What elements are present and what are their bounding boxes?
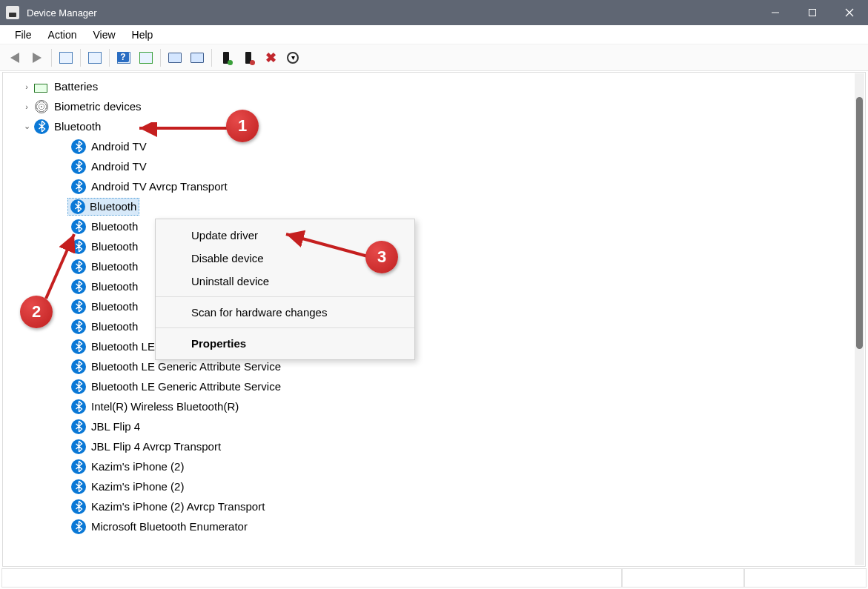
app-icon [6,6,19,19]
tree-device-item[interactable]: Kazim's iPhone (2) Avrcp Transport [4,496,855,516]
forward-button[interactable] [27,47,47,68]
enable-device-button[interactable] [216,47,236,68]
bluetooth-icon [70,419,87,435]
svg-line-5 [46,234,74,299]
tree-device-item[interactable]: JBL Flip 4 [4,416,855,436]
tree-device-item[interactable]: Bluetooth LE Generic Attribute Service [4,376,855,396]
help-icon [117,52,130,64]
bluetooth-icon [33,119,50,135]
tree-device-item[interactable]: Intel(R) Wireless Bluetooth(R) [4,396,855,416]
uninstall-device-button[interactable]: ✖ [260,47,281,68]
battery-icon [33,79,50,95]
ctx-separator [156,296,414,297]
down-circle-icon: ▾ [287,52,299,64]
help-button[interactable] [113,47,134,68]
tree-device-label: Bluetooth [91,240,138,253]
update-icon [168,53,182,63]
tree-device-item[interactable]: Bluetooth [4,256,855,276]
tree-device-item[interactable]: Android TV [4,156,855,176]
tree-device-item[interactable]: Bluetooth [4,216,855,236]
tree-device-label: JBL Flip 4 [91,420,140,433]
toolbar-separator [160,49,161,67]
tree-device-item[interactable]: Android TV [4,136,855,156]
tree-device-item[interactable]: Microsoft Bluetooth Enumerator [4,516,855,536]
annotation-number: 1 [238,116,247,136]
tree-device-label: Bluetooth LE Generic Attribute Service [91,360,281,373]
svg-line-6 [286,234,368,256]
tree-category-biometric[interactable]: › Biometric devices [4,96,855,116]
scan-hardware-button[interactable] [187,47,208,68]
tree-device-label: Android TV [91,160,147,173]
tree-device-item[interactable]: Bluetooth [4,236,855,256]
tree-category-bluetooth[interactable]: ⌄ Bluetooth [4,116,855,136]
tree-device-item[interactable]: Bluetooth [4,276,855,296]
show-hide-tree-button[interactable] [56,47,76,68]
tree-device-label: JBL Flip 4 Avrcp Transport [91,440,221,453]
device-tree[interactable]: › Batteries › Biometric devices ⌄ Blueto… [4,73,855,565]
ctx-scan-hardware[interactable]: Scan for hardware changes [156,301,414,324]
tree-category-label: Batteries [54,80,98,93]
back-button[interactable] [4,47,25,68]
toolbar: ✖ ▾ [0,44,868,71]
annotation-callout-2: 2 [20,296,53,328]
bluetooth-icon [70,339,87,355]
tree-device-item[interactable]: Bluetooth [4,316,855,336]
tree-device-label: Kazim's iPhone (2) [91,480,184,493]
bluetooth-icon [70,179,87,195]
menubar: File Action View Help [0,25,868,44]
bluetooth-icon [70,359,87,375]
tree-device-item[interactable]: Kazim's iPhone (2) [4,476,855,496]
annotation-number: 2 [32,302,41,322]
minimize-button[interactable] [757,0,794,25]
annotation-callout-3: 3 [365,241,398,273]
tree-device-label: Bluetooth [90,200,136,213]
window-controls [757,0,868,25]
svg-rect-1 [809,10,816,16]
tree-device-label: Bluetooth [91,300,138,313]
tree-device-label: Kazim's iPhone (2) Avrcp Transport [91,500,265,513]
tree-category-label: Biometric devices [54,100,142,113]
expand-icon[interactable]: › [20,102,33,111]
bluetooth-icon [70,479,87,495]
bluetooth-icon [70,159,87,175]
close-button[interactable] [831,0,868,25]
maximize-button[interactable] [794,0,831,25]
expand-icon[interactable]: › [20,82,33,91]
tree-device-item[interactable]: Bluetooth LE Generic Attribute Service [4,356,855,376]
action-button[interactable] [136,47,156,68]
collapse-icon[interactable]: ⌄ [20,122,33,131]
menu-view[interactable]: View [85,27,122,43]
menu-file[interactable]: File [7,27,39,43]
tree-device-label: Bluetooth [91,220,138,233]
status-main [1,568,622,588]
tree-device-item[interactable]: Android TV Avrcp Transport [4,176,855,196]
menu-action[interactable]: Action [41,27,85,43]
properties-button[interactable] [85,47,105,68]
tree-device-item[interactable]: Bluetooth LE Generic Attribute Service [4,336,855,356]
bluetooth-icon [70,459,87,475]
vertical-scrollbar[interactable] [855,73,864,565]
toolbar-separator [211,49,212,67]
tree-device-item[interactable]: JBL Flip 4 Avrcp Transport [4,436,855,456]
action-icon [139,52,153,64]
scan-changes-button[interactable]: ▾ [282,47,303,68]
tree-device-item[interactable]: Kazim's iPhone (2) [4,456,855,476]
device-enable-icon [223,52,229,64]
tree-device-item[interactable]: Bluetooth [4,196,855,216]
panel-icon [59,52,73,64]
tree-device-label: Bluetooth LE Generic Attribute Service [91,380,281,393]
scrollbar-thumb[interactable] [856,97,863,349]
x-icon: ✖ [265,50,276,66]
update-driver-button[interactable] [165,47,185,68]
device-disable-icon [245,52,251,64]
toolbar-separator [51,49,52,67]
tree-device-label: Microsoft Bluetooth Enumerator [91,520,248,533]
ctx-properties[interactable]: Properties [156,332,414,355]
tree-device-item[interactable]: Bluetooth [4,296,855,316]
bluetooth-icon [70,519,87,535]
arrow-left-icon [10,53,19,63]
disable-device-button[interactable] [238,47,259,68]
menu-help[interactable]: Help [125,27,161,43]
tree-category-batteries[interactable]: › Batteries [4,76,855,96]
ctx-uninstall-device[interactable]: Uninstall device [156,270,414,293]
